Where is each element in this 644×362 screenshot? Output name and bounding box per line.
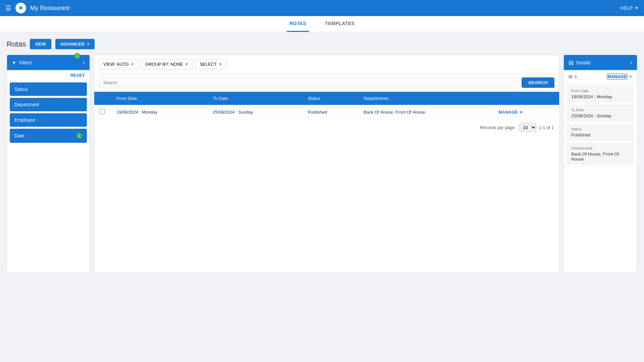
pagination-range: 1-1 of 1 [539, 125, 554, 130]
col-from-date: From Date [111, 92, 207, 105]
col-status: Status [303, 92, 358, 105]
tab-rotas[interactable]: ROTAS [287, 16, 309, 32]
row-from-date: 19/08/2024 : Monday [111, 105, 207, 120]
records-per-page-label: Records per page: [480, 125, 516, 130]
filters-collapse-icon[interactable]: ‹ [83, 59, 85, 66]
details-manage-button[interactable]: MANAGE [607, 73, 628, 80]
content-columns: ▼ Filters 1 ‹ RESET Status Department Em… [7, 55, 637, 273]
advanced-button[interactable]: ADVANCED ▼ [55, 39, 95, 49]
group-caret-icon: ▼ [185, 62, 189, 66]
manage-dropdown-icon[interactable]: ▼ [519, 110, 523, 115]
row-manage-button[interactable]: MANAGE [498, 110, 518, 115]
toolbar: VIEW: AUTO ▼ GROUP BY: NONE ▼ SELECT ▼ [94, 55, 559, 74]
group-by-button[interactable]: GROUP BY: NONE ▼ [141, 59, 193, 69]
app-logo: ❄ [15, 3, 26, 13]
help-dropdown-icon[interactable]: ▼ [635, 6, 639, 10]
hamburger-icon[interactable]: ☰ [5, 4, 11, 12]
tab-templates[interactable]: TEMPLATES [322, 16, 357, 32]
filter-date-label: Date [14, 133, 24, 138]
manage-cell: MANAGE ▼ [498, 110, 554, 115]
details-title: Details [576, 60, 591, 65]
detail-to-date-field: To Date 25/08/2024 : Sunday [567, 105, 634, 122]
view-label: VIEW: AUTO [103, 62, 128, 67]
select-label: SELECT [200, 62, 217, 67]
details-id: Id: 1 [569, 74, 577, 79]
nav-right: HELP ▼ [621, 5, 639, 11]
detail-to-date-value: 25/08/2024 : Sunday [571, 113, 630, 118]
filter-department[interactable]: Department [10, 98, 87, 111]
per-page-select[interactable]: 10 25 50 [519, 123, 536, 132]
filter-status[interactable]: Status [10, 82, 87, 96]
filters-panel: ▼ Filters 1 ‹ RESET Status Department Em… [7, 55, 90, 273]
view-auto-button[interactable]: VIEW: AUTO ▼ [99, 59, 138, 69]
col-checkbox [94, 92, 111, 105]
search-input[interactable] [99, 77, 519, 88]
logo-icon: ❄ [19, 5, 23, 11]
filter-date-badge: 1 [76, 133, 82, 139]
advanced-caret-icon: ▼ [87, 42, 90, 46]
row-departments: Back Of House, Front Of House [358, 105, 493, 120]
group-label: GROUP BY: NONE [145, 62, 183, 67]
table-body: 19/08/2024 : Monday 25/08/2024 : Sunday … [94, 105, 559, 120]
help-label[interactable]: HELP [621, 5, 633, 11]
detail-departments-field: Departments Back Of House, Front Of Hous… [567, 143, 634, 165]
pagination-row: Records per page: 10 25 50 1-1 of 1 [94, 120, 559, 135]
detail-from-date-field: From Date 19/08/2024 : Monday [567, 85, 634, 103]
filters-badge: 1 [74, 53, 80, 59]
detail-to-date-label: To Date [571, 108, 630, 112]
advanced-label: ADVANCED [60, 42, 85, 47]
data-table: From Date To Date Status Departments 19/… [94, 92, 559, 120]
row-action-cell: MANAGE ▼ [493, 105, 559, 120]
details-icon: ▤ [569, 59, 574, 66]
search-button[interactable]: SEARCH [522, 77, 554, 88]
details-panel: ▤ Details › Id: 1 MANAGE ▼ From Date 19/… [564, 55, 637, 273]
table-head: From Date To Date Status Departments [94, 92, 559, 105]
app-title: My Restaurant [30, 5, 69, 12]
page-title: Rotas [7, 40, 26, 49]
detail-from-date-label: From Date [571, 89, 630, 93]
search-row: SEARCH [94, 74, 559, 92]
filter-icon: ▼ [12, 60, 16, 65]
col-departments: Departments [358, 92, 493, 105]
filter-employee-label: Employee [14, 117, 35, 123]
row-to-date: 25/08/2024 : Sunday [207, 105, 302, 120]
filter-status-label: Status [14, 86, 28, 92]
details-header: ▤ Details › [564, 55, 637, 70]
select-caret-icon: ▼ [219, 62, 222, 66]
col-to-date: To Date [207, 92, 302, 105]
nav-left: ☰ ❄ My Restaurant [5, 3, 69, 13]
detail-departments-label: Departments [571, 146, 630, 150]
filter-employee[interactable]: Employee [10, 113, 87, 127]
details-manage-caret-icon[interactable]: ▼ [629, 75, 632, 78]
filter-date[interactable]: Date 1 [10, 129, 87, 143]
detail-departments-value: Back Of House, Front Of House [571, 152, 630, 162]
detail-status-value: Published [571, 132, 630, 137]
col-action [493, 92, 559, 105]
table-row: 19/08/2024 : Monday 25/08/2024 : Sunday … [94, 105, 559, 120]
detail-status-field: Status Published [567, 124, 634, 141]
details-expand-icon[interactable]: › [630, 59, 632, 66]
detail-status-label: Status [571, 127, 630, 131]
row-checkbox-cell [94, 105, 111, 120]
filters-title: Filters [19, 60, 32, 65]
details-header-left: ▤ Details [569, 59, 591, 66]
page-header: Rotas NEW ADVANCED ▼ [7, 39, 637, 49]
new-button[interactable]: NEW [30, 39, 51, 49]
top-nav: ☰ ❄ My Restaurant HELP ▼ [0, 0, 644, 16]
view-caret-icon: ▼ [130, 62, 134, 66]
row-status: Published [303, 105, 358, 120]
details-id-row: Id: 1 MANAGE ▼ [564, 70, 637, 83]
filters-header: ▼ Filters 1 ‹ [7, 55, 90, 70]
details-manage-group: MANAGE ▼ [607, 73, 632, 80]
table-header-row: From Date To Date Status Departments [94, 92, 559, 105]
reset-button[interactable]: RESET [66, 70, 90, 80]
tab-bar: ROTAS TEMPLATES [0, 16, 644, 32]
filter-department-label: Department [14, 102, 39, 107]
filters-header-left: ▼ Filters [12, 60, 32, 65]
main-area: Rotas NEW ADVANCED ▼ ▼ Filters 1 ‹ RESET… [0, 32, 644, 279]
select-button[interactable]: SELECT ▼ [196, 59, 226, 69]
row-checkbox[interactable] [100, 109, 105, 114]
middle-panel: VIEW: AUTO ▼ GROUP BY: NONE ▼ SELECT ▼ S… [94, 55, 559, 273]
detail-from-date-value: 19/08/2024 : Monday [571, 94, 630, 99]
